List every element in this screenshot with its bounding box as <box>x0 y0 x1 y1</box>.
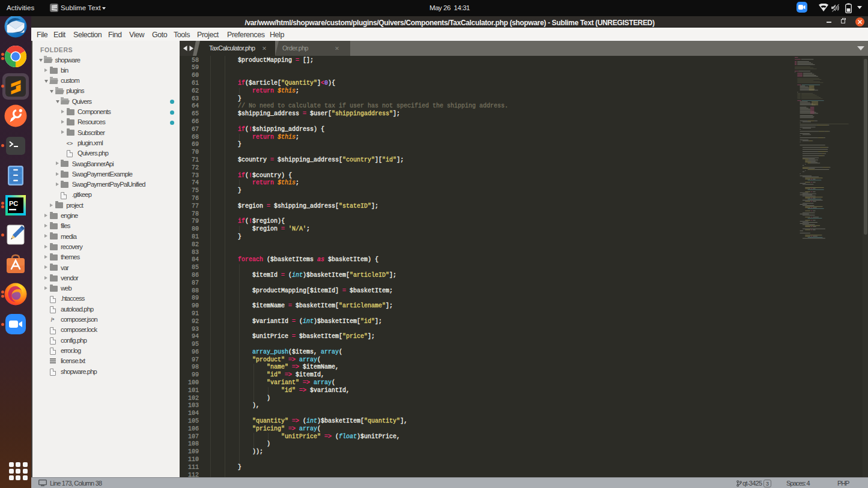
svg-text:PC: PC <box>9 200 18 207</box>
